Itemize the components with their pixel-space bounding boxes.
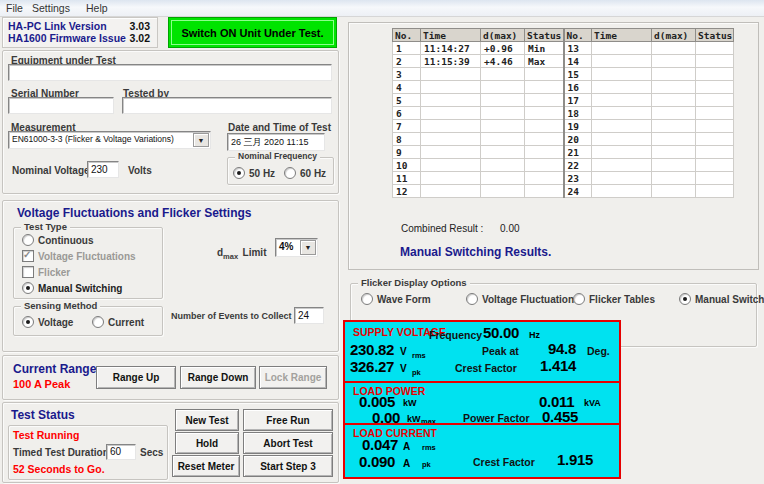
test-type-manual-switching-radio[interactable]: Manual Switching xyxy=(22,282,122,294)
firmware-issue-value: 3.02 xyxy=(130,32,150,44)
table-cell xyxy=(421,68,481,81)
menu-bar: File Settings Help xyxy=(0,0,764,17)
table-cell xyxy=(696,94,734,107)
table-cell: 16 xyxy=(564,81,592,94)
table-cell: +0.96 xyxy=(481,42,525,55)
checkbox-icon xyxy=(22,266,34,278)
table-cell xyxy=(481,120,525,133)
sensing-voltage-radio[interactable]: Voltage xyxy=(22,316,73,328)
table-cell xyxy=(421,172,481,185)
table-cell xyxy=(421,185,481,198)
table-header-cell: Time xyxy=(421,29,481,42)
firmware-issue-label: HA1600 Firmware Issue xyxy=(8,32,126,44)
chevron-down-icon[interactable]: ▼ xyxy=(193,133,209,147)
table-cell: 5 xyxy=(393,94,421,107)
menu-settings[interactable]: Settings xyxy=(32,2,70,14)
nominal-frequency-group: Nominal Frequency 50 Hz 60 Hz xyxy=(227,157,334,185)
table-cell xyxy=(592,107,652,120)
table-cell xyxy=(696,42,734,55)
frequency-60hz-radio[interactable]: 60 Hz xyxy=(284,167,326,179)
frequency-label: Frequency xyxy=(429,329,482,341)
table-cell xyxy=(421,107,481,120)
radio-icon xyxy=(22,316,34,328)
vrms-value: 230.82 xyxy=(350,341,394,358)
hold-button[interactable]: Hold xyxy=(175,432,239,454)
start-step-3-button[interactable]: Start Step 3 xyxy=(243,455,333,477)
table-row: 111:14:27+0.96Min13 xyxy=(393,42,734,55)
table-cell xyxy=(652,146,696,159)
reset-meter-button[interactable]: Reset Meter xyxy=(172,455,240,477)
option-voltage-fluctuations-radio[interactable]: Voltage Fluctuations xyxy=(466,293,580,305)
table-header-cell: d(max) xyxy=(652,29,696,42)
option-manual-switching-radio[interactable]: Manual Switching xyxy=(679,293,764,305)
tested-by-input[interactable] xyxy=(122,97,332,114)
test-status-group: Test Status Test Running Timed Test Dura… xyxy=(2,402,339,483)
radio-icon xyxy=(284,167,296,179)
table-cell xyxy=(696,120,734,133)
current-range-title: Current Range xyxy=(13,362,96,376)
range-down-button[interactable]: Range Down xyxy=(180,366,256,389)
new-test-button[interactable]: New Test xyxy=(175,409,239,431)
table-cell xyxy=(592,120,652,133)
flicker-settings-title: Voltage Fluctuations and Flicker Setting… xyxy=(17,206,251,220)
nominal-frequency-label: Nominal Frequency xyxy=(235,151,320,161)
table-cell xyxy=(652,94,696,107)
sensing-current-radio[interactable]: Current xyxy=(92,316,144,328)
table-cell xyxy=(592,94,652,107)
table-cell: 11:14:27 xyxy=(421,42,481,55)
table-cell xyxy=(481,81,525,94)
table-cell xyxy=(525,120,564,133)
table-cell xyxy=(481,94,525,107)
table-header-cell: Time xyxy=(592,29,652,42)
table-cell: 14 xyxy=(564,55,592,68)
table-cell xyxy=(481,133,525,146)
table-cell xyxy=(652,81,696,94)
nominal-voltage-input[interactable]: 230 xyxy=(87,161,119,178)
checkbox-icon xyxy=(22,250,34,262)
table-cell xyxy=(421,81,481,94)
menu-help[interactable]: Help xyxy=(86,2,108,14)
table-header-cell: Status xyxy=(696,29,734,42)
serial-number-input[interactable] xyxy=(8,97,114,114)
test-type-continuous-radio[interactable]: Continuous xyxy=(22,234,94,246)
table-cell xyxy=(592,42,652,55)
table-cell xyxy=(525,94,564,107)
flicker-settings-group: Voltage Fluctuations and Flicker Setting… xyxy=(2,200,339,352)
menu-file[interactable]: File xyxy=(6,2,23,14)
chevron-down-icon[interactable]: ▼ xyxy=(300,240,316,255)
table-row: 211:15:39+4.46Max14 xyxy=(393,55,734,68)
events-to-collect-input[interactable]: 24 xyxy=(294,307,324,324)
kw-unit: kW xyxy=(403,398,417,408)
test-type-voltage-fluctuations-checkbox[interactable]: Voltage Fluctuations xyxy=(22,250,136,262)
combined-result-label: Combined Result : xyxy=(401,223,483,234)
table-cell xyxy=(525,107,564,120)
radio-icon xyxy=(679,293,691,305)
free-run-button[interactable]: Free Run xyxy=(243,409,333,431)
option-flicker-tables-radio[interactable]: Flicker Tables xyxy=(573,293,655,305)
measurement-dropdown[interactable]: EN61000-3-3 (Flicker & Voltage Variation… xyxy=(8,131,211,149)
table-cell xyxy=(652,107,696,120)
table-cell xyxy=(652,42,696,55)
arms-value: 0.047 xyxy=(362,436,398,453)
lock-range-button[interactable]: Lock Range xyxy=(259,366,327,389)
nominal-voltage-unit: Volts xyxy=(128,165,152,176)
frequency-50hz-radio[interactable]: 50 Hz xyxy=(233,167,275,179)
test-type-flicker-checkbox[interactable]: Flicker xyxy=(22,266,70,278)
table-cell xyxy=(652,55,696,68)
duration-input[interactable]: 60 xyxy=(106,444,136,460)
datetime-field[interactable]: 26 三月 2020 11:15 xyxy=(227,133,325,151)
results-table[interactable]: No.Timed(max)StatusNo.Timed(max)Status 1… xyxy=(392,28,734,198)
table-row: 416 xyxy=(393,81,734,94)
table-cell xyxy=(592,81,652,94)
table-cell: 21 xyxy=(564,146,592,159)
dmax-limit-dropdown[interactable]: 4% ▼ xyxy=(275,238,318,257)
equipment-input[interactable] xyxy=(8,64,332,81)
range-up-button[interactable]: Range Up xyxy=(96,366,176,389)
table-cell xyxy=(525,146,564,159)
switch-on-unit-button[interactable]: Switch ON Unit Under Test. xyxy=(168,17,337,48)
duration-unit: Secs xyxy=(140,447,163,458)
option-wave-form-radio[interactable]: Wave Form xyxy=(361,293,431,305)
table-header-cell: d(max) xyxy=(481,29,525,42)
abort-test-button[interactable]: Abort Test xyxy=(243,432,333,454)
crest-factor-value: 1.915 xyxy=(557,451,593,468)
